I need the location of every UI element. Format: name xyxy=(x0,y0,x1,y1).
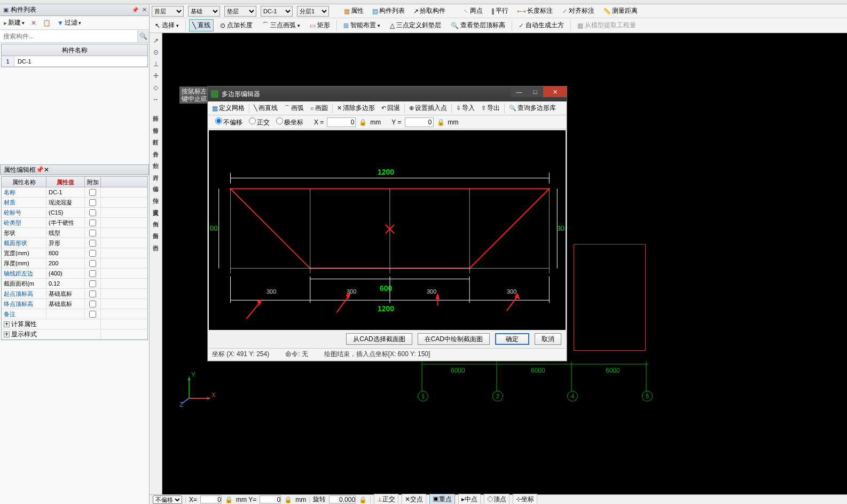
prop-extra[interactable] xyxy=(85,218,101,227)
length-dim-button[interactable]: ⟷长度标注 xyxy=(515,5,555,17)
side-tool[interactable]: 分割 xyxy=(151,153,161,163)
view-top-button[interactable]: 🔍查看垫层顶标高 xyxy=(448,19,508,32)
component-list-button[interactable]: ▤构件列表 xyxy=(370,5,407,17)
prop-value[interactable]: 线型 xyxy=(46,228,85,238)
center-toggle[interactable]: ▣重点 xyxy=(429,494,455,504)
prop-value[interactable]: 800 xyxy=(46,248,85,258)
from-cad-button[interactable]: 从CAD选择截面图 xyxy=(346,333,412,345)
prop-extra[interactable] xyxy=(85,269,101,278)
dialog-canvas[interactable]: 1200 600 1200 300 300 300 300 00 30 xyxy=(209,130,566,330)
minimize-button[interactable]: — xyxy=(511,86,527,97)
prop-value[interactable]: 基础底标 xyxy=(46,299,85,309)
cross-toggle[interactable]: ✕交点 xyxy=(402,494,426,504)
status-y-input[interactable] xyxy=(260,495,281,503)
prop-extra[interactable] xyxy=(85,248,101,258)
table-row[interactable]: 1 DC-1 xyxy=(2,56,147,67)
define-grid-button[interactable]: ▦定义网格 xyxy=(210,103,247,114)
type-select[interactable]: 基础 xyxy=(188,6,220,17)
set-insert-button[interactable]: ⊕设置插入点 xyxy=(407,103,449,114)
prop-value[interactable]: 异形 xyxy=(46,238,85,248)
prop-value[interactable]: (400) xyxy=(46,269,85,278)
copy-button[interactable]: 📋 xyxy=(41,18,52,28)
clear-polygon-button[interactable]: ✕清除多边形 xyxy=(335,103,377,114)
prop-value[interactable]: 现浇混凝 xyxy=(46,198,85,207)
ortho-radio[interactable]: 正交 xyxy=(246,117,270,127)
prop-value[interactable]: DC-1 xyxy=(46,187,85,197)
select-button[interactable]: ↖选择▾ xyxy=(152,19,182,32)
expand-row[interactable]: +显示样式 xyxy=(2,329,147,340)
prop-value[interactable]: 基础底标 xyxy=(46,289,85,298)
side-tool[interactable]: 圆角 xyxy=(151,223,161,234)
draw-circle-button[interactable]: ○画圆 xyxy=(308,103,330,114)
side-tool[interactable]: ◇ xyxy=(151,82,161,93)
side-tool[interactable]: ⊥ xyxy=(151,59,161,69)
property-row[interactable]: 备注 xyxy=(2,309,147,319)
maximize-button[interactable]: □ xyxy=(527,86,543,97)
prop-extra[interactable] xyxy=(85,299,101,309)
delete-button[interactable]: ✕ xyxy=(29,18,38,28)
status-x-input[interactable] xyxy=(200,495,222,503)
filter-button[interactable]: ▼过滤▾ xyxy=(56,17,83,28)
side-tool[interactable]: 对齐 xyxy=(151,164,161,175)
offset-select[interactable]: 不偏移 xyxy=(153,495,182,504)
floor-select[interactable]: 首层 xyxy=(152,6,184,17)
prop-extra[interactable] xyxy=(85,238,101,248)
prop-extra[interactable] xyxy=(85,309,101,319)
polar-radio[interactable]: 极坐标 xyxy=(273,117,303,127)
status-rot-input[interactable] xyxy=(329,495,356,503)
property-row[interactable]: 厚度(mm)200 xyxy=(2,258,147,269)
component-select[interactable]: DC-1 xyxy=(261,6,293,17)
property-row[interactable]: 轴线距左边(400) xyxy=(2,269,147,279)
side-tool[interactable]: ⊙ xyxy=(151,47,161,58)
side-tool[interactable]: ↗ xyxy=(151,35,161,46)
no-offset-radio[interactable]: 不偏移 xyxy=(212,117,242,127)
side-tool[interactable]: 延伸 xyxy=(151,106,161,116)
slope-layer-button[interactable]: △三点定义斜垫层 xyxy=(387,19,444,32)
draw-line-button[interactable]: ╲画直线 xyxy=(252,103,280,114)
layer-select[interactable]: 垫层 xyxy=(224,6,256,17)
prop-value[interactable]: 200 xyxy=(46,258,85,268)
line-button[interactable]: ╲直线 xyxy=(189,19,214,32)
smart-layout-button[interactable]: ⊞智能布置▾ xyxy=(340,19,383,32)
search-button[interactable]: 🔍 xyxy=(137,30,149,42)
side-tool[interactable]: 修剪 xyxy=(151,117,161,128)
sublayer-select[interactable]: 分层1 xyxy=(297,6,329,17)
side-tool[interactable]: ✛ xyxy=(151,70,161,81)
top-toggle[interactable]: ◇顶点 xyxy=(484,494,509,504)
coord-toggle[interactable]: ⊹坐标 xyxy=(513,494,537,504)
property-row[interactable]: 砼标号(C15) xyxy=(2,208,147,218)
cancel-button[interactable]: 取消 xyxy=(535,333,561,345)
prop-extra[interactable] xyxy=(85,187,101,197)
property-row[interactable]: 终点顶标高基础底标 xyxy=(2,299,147,309)
prop-extra[interactable] xyxy=(85,208,101,217)
two-point-button[interactable]: ⟍两点 xyxy=(460,5,485,17)
search-input[interactable] xyxy=(0,30,137,42)
prop-extra[interactable] xyxy=(85,258,101,268)
property-row[interactable]: 材质现浇混凝 xyxy=(2,198,147,208)
import-button[interactable]: ⇩导入 xyxy=(454,103,477,114)
side-tool[interactable]: 拉伸 xyxy=(151,188,161,199)
close-icon[interactable]: ✕ xyxy=(44,166,49,174)
export-button[interactable]: ⇧导出 xyxy=(479,103,502,114)
property-row[interactable]: 宽度(mm)800 xyxy=(2,248,147,258)
attr-button[interactable]: ▦属性 xyxy=(342,5,366,17)
property-row[interactable]: 形状线型 xyxy=(2,228,147,238)
property-row[interactable]: 砼类型(半干硬性 xyxy=(2,218,147,228)
pick-component-button[interactable]: ↗拾取构件 xyxy=(411,5,448,17)
align-dim-button[interactable]: ⟋对齐标注 xyxy=(559,5,597,17)
mid-toggle[interactable]: ▸中点 xyxy=(458,494,481,504)
arc-button[interactable]: ⌒三点画弧▾ xyxy=(259,19,303,32)
rect-button[interactable]: ▭矩形 xyxy=(307,19,333,32)
y-input[interactable] xyxy=(405,117,434,127)
parallel-button[interactable]: ∥平行 xyxy=(489,5,511,17)
pin-icon[interactable]: 📌 xyxy=(36,166,44,174)
side-tool[interactable]: ↔ xyxy=(151,94,161,105)
close-icon[interactable]: ✕ xyxy=(142,6,147,13)
to-cad-button[interactable]: 在CAD中绘制截面图 xyxy=(418,333,490,345)
side-tool[interactable]: 打断 xyxy=(151,129,161,140)
dialog-titlebar[interactable]: 多边形编辑器 — □ ✕ xyxy=(208,86,567,101)
property-row[interactable]: 起点顶标高基础底标 xyxy=(2,289,147,299)
prop-value[interactable]: (C15) xyxy=(46,208,85,217)
prop-extra[interactable] xyxy=(85,279,101,288)
undo-button[interactable]: ↶回退 xyxy=(379,103,402,114)
